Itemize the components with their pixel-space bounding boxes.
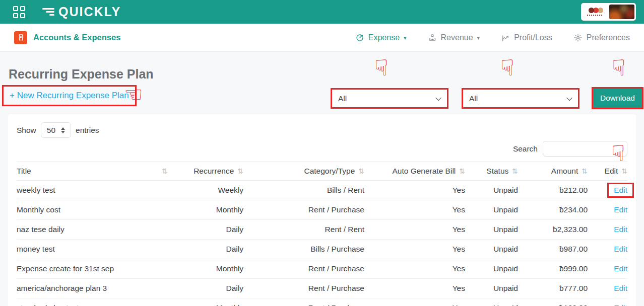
section-title: Accounts & Expenses bbox=[33, 33, 120, 42]
category-filter-select[interactable]: All bbox=[332, 90, 447, 107]
accounts-expenses-icon bbox=[14, 31, 27, 44]
cell-recurrence: Daily bbox=[168, 279, 243, 298]
table-row: money test Daily Bills / Purchase Yes Un… bbox=[17, 240, 627, 259]
download-button[interactable]: Download bbox=[593, 89, 642, 108]
search-control: Search bbox=[17, 141, 627, 157]
preferences-gear-icon bbox=[573, 33, 583, 42]
company-logo-avatar[interactable] bbox=[583, 5, 608, 19]
status-filter-select[interactable]: All bbox=[463, 90, 578, 107]
cell-title: Expense create for 31st sep bbox=[17, 259, 168, 279]
cell-amount: ƀ2,323.00 bbox=[518, 220, 588, 240]
column-header-status[interactable]: Status⇅ bbox=[465, 162, 518, 181]
cell-amount: ƀ777.00 bbox=[518, 279, 588, 298]
column-header-category-type[interactable]: Category/Type⇅ bbox=[243, 162, 364, 181]
cell-auto-generate-bill: Yes bbox=[364, 200, 465, 220]
cell-amount: ƀ100.00 bbox=[518, 298, 588, 306]
cell-amount: ƀ212.00 bbox=[518, 181, 588, 200]
edit-link-highlight-box: Edit bbox=[607, 183, 634, 198]
top-app-bar: QUICKLY bbox=[0, 0, 644, 24]
search-label: Search bbox=[513, 144, 538, 154]
cell-auto-generate-bill: Yes bbox=[364, 240, 465, 259]
logo-text: QUICKLY bbox=[58, 5, 121, 19]
nav-item-label: Expense bbox=[368, 33, 400, 42]
user-photo-avatar[interactable] bbox=[609, 5, 634, 19]
pointer-hand-down-icon: ☟ bbox=[375, 57, 389, 79]
account-switcher[interactable] bbox=[581, 3, 636, 21]
edit-link[interactable]: Edit bbox=[614, 205, 627, 214]
cell-category-type: Rent / Purchase bbox=[243, 200, 364, 220]
edit-link[interactable]: Edit bbox=[614, 225, 627, 234]
sort-icon: ⇅ bbox=[237, 167, 243, 175]
edit-link[interactable]: Edit bbox=[614, 284, 627, 292]
table-header-row: Title⇅ Recurrence⇅ Category/Type⇅ Auto G… bbox=[17, 162, 627, 181]
new-recurring-expense-plan-link[interactable]: + New Recurring Expense Plan bbox=[10, 91, 129, 100]
nav-item-revenue[interactable]: Revenue ▾ bbox=[428, 33, 480, 42]
recurring-expense-plan-page: { "colors": { "brand_teal": "#199b8a", "… bbox=[0, 0, 644, 306]
cell-category-type: Rent / Purchase bbox=[243, 298, 364, 306]
revenue-hand-coin-icon bbox=[428, 33, 437, 42]
edit-link[interactable]: Edit bbox=[614, 245, 627, 253]
edit-link[interactable]: Edit bbox=[614, 303, 627, 306]
edit-link[interactable]: Edit bbox=[614, 186, 627, 194]
nav-item-preferences[interactable]: Preferences bbox=[573, 33, 630, 42]
nav-menu: Expense ▾ Revenue ▾ Profit/Loss Preferen… bbox=[355, 33, 630, 42]
sort-icon: ⇅ bbox=[162, 167, 168, 175]
cell-status: Unpaid bbox=[465, 240, 518, 259]
company-logo-circles-icon bbox=[589, 8, 602, 13]
company-logo-caption bbox=[587, 15, 603, 16]
section-header: Accounts & Expenses bbox=[14, 31, 120, 44]
column-header-recurrence[interactable]: Recurrence⇅ bbox=[168, 162, 243, 181]
nav-item-profit-loss[interactable]: Profit/Loss bbox=[501, 33, 552, 42]
quickly-logo: QUICKLY bbox=[42, 5, 121, 19]
cell-amount: ƀ234.00 bbox=[518, 200, 588, 220]
table-row: weekly test Weekly Bills / Rent Yes Unpa… bbox=[17, 181, 627, 200]
cell-category-type: Rent / Rent bbox=[243, 220, 364, 240]
cell-category-type: Rent / Purchase bbox=[243, 259, 364, 279]
logo-speed-lines-icon bbox=[42, 8, 54, 16]
cell-edit: Edit bbox=[588, 298, 627, 306]
cell-title: america/anchorage plan 3 bbox=[17, 279, 168, 298]
chevron-down-icon: ▾ bbox=[477, 35, 480, 41]
cell-recurrence: Monthly bbox=[168, 298, 243, 306]
cell-title: money test bbox=[17, 240, 168, 259]
status-filter-highlight-box: All bbox=[462, 88, 579, 109]
cell-auto-generate-bill: Yes bbox=[364, 259, 465, 279]
profit-loss-chart-icon bbox=[501, 33, 510, 42]
cell-auto-generate-bill: Yes bbox=[364, 181, 465, 200]
nav-item-label: Preferences bbox=[587, 33, 630, 42]
recurring-expense-table: Title⇅ Recurrence⇅ Category/Type⇅ Auto G… bbox=[17, 162, 627, 306]
column-header-amount[interactable]: Amount⇅ bbox=[518, 162, 588, 181]
cell-title: Monthly cost bbox=[17, 200, 168, 220]
column-header-auto-generate-bill[interactable]: Auto Generate Bill⇅ bbox=[364, 162, 465, 181]
page-size-select[interactable]: 50 bbox=[41, 122, 71, 138]
category-filter-value: All bbox=[338, 94, 347, 103]
sort-icon: ⇅ bbox=[358, 167, 364, 175]
cell-auto-generate-bill: Yes bbox=[364, 279, 465, 298]
cell-edit: Edit bbox=[588, 181, 627, 200]
table-row: naz tese daily Daily Rent / Rent Yes Unp… bbox=[17, 220, 627, 240]
cell-category-type: Rent / Purchase bbox=[243, 279, 364, 298]
apps-grid-icon[interactable] bbox=[13, 6, 25, 18]
category-filter-highlight-box: All bbox=[331, 88, 448, 109]
cell-status: Unpaid bbox=[465, 200, 518, 220]
section-nav-bar: Accounts & Expenses Expense ▾ Revenue ▾ … bbox=[0, 24, 644, 52]
pointer-hand-down-icon: ☟ bbox=[501, 57, 514, 79]
cell-auto-generate-bill: Yes bbox=[364, 220, 465, 240]
entries-label: entries bbox=[76, 126, 99, 135]
cell-category-type: Bills / Rent bbox=[243, 181, 364, 200]
chevron-down-icon bbox=[566, 95, 572, 100]
pointer-hand-down-icon: ☟ bbox=[612, 57, 626, 79]
cell-title: standard plan test bbox=[17, 298, 168, 306]
cell-edit: Edit bbox=[588, 279, 627, 298]
pointer-hand-down-icon: ☟ bbox=[611, 142, 625, 165]
cell-recurrence: Daily bbox=[168, 220, 243, 240]
cell-status: Unpaid bbox=[465, 279, 518, 298]
table-row: standard plan test Monthly Rent / Purcha… bbox=[17, 298, 627, 306]
cell-status: Unpaid bbox=[465, 298, 518, 306]
cell-recurrence: Daily bbox=[168, 240, 243, 259]
cell-status: Unpaid bbox=[465, 259, 518, 279]
nav-item-label: Profit/Loss bbox=[514, 33, 552, 42]
nav-item-expense[interactable]: Expense ▾ bbox=[355, 33, 407, 42]
column-header-title[interactable]: Title⇅ bbox=[17, 162, 168, 181]
edit-link[interactable]: Edit bbox=[614, 264, 627, 273]
